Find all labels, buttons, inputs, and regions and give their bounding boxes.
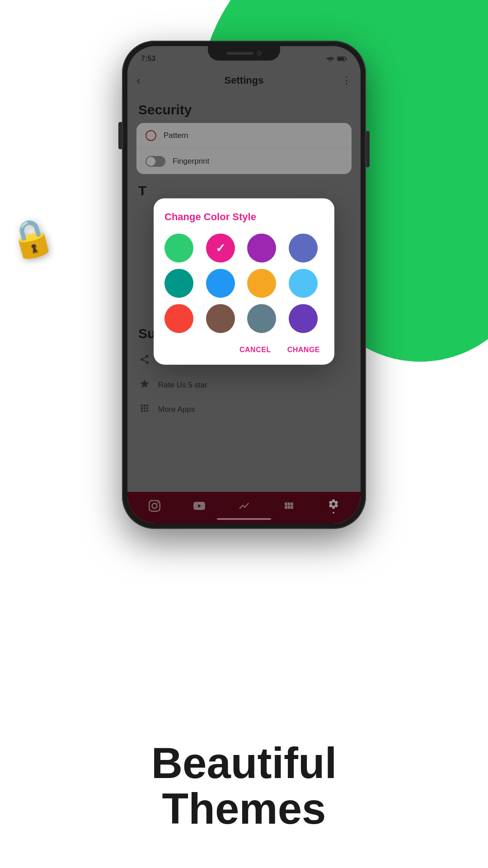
color-grid (164, 234, 324, 333)
status-time: 7:53 (141, 55, 155, 63)
svg-rect-3 (338, 57, 344, 61)
tagline-line1: Beautiful (0, 741, 488, 786)
color-brown[interactable] (206, 304, 235, 333)
dialog-actions: CANCEL CHANGE (164, 344, 324, 356)
color-pink[interactable] (206, 234, 235, 263)
phone-notch (208, 46, 280, 61)
wifi-icon (326, 56, 334, 62)
color-grey[interactable] (247, 304, 276, 333)
color-purple[interactable] (247, 234, 276, 263)
color-deep-purple[interactable] (289, 304, 318, 333)
color-teal[interactable] (164, 269, 193, 298)
color-cyan[interactable] (289, 269, 318, 298)
svg-point-0 (330, 61, 331, 62)
svg-rect-2 (346, 58, 347, 60)
dialog-title: Change Color Style (164, 211, 324, 223)
color-style-dialog: Change Color Style (154, 198, 334, 365)
phone-mockup: 7:53 ‹ (122, 41, 366, 529)
battery-icon (337, 56, 347, 61)
tagline-line2: Themes (0, 786, 488, 832)
color-orange[interactable] (164, 304, 193, 333)
home-indicator (217, 518, 271, 520)
color-indigo[interactable] (289, 234, 318, 263)
page-tagline: Beautiful Themes (0, 741, 488, 832)
color-amber[interactable] (247, 269, 276, 298)
cancel-button[interactable]: CANCEL (236, 344, 275, 356)
status-icons (326, 56, 347, 62)
color-blue[interactable] (206, 269, 235, 298)
change-button[interactable]: CHANGE (284, 344, 324, 356)
color-green[interactable] (164, 234, 193, 263)
